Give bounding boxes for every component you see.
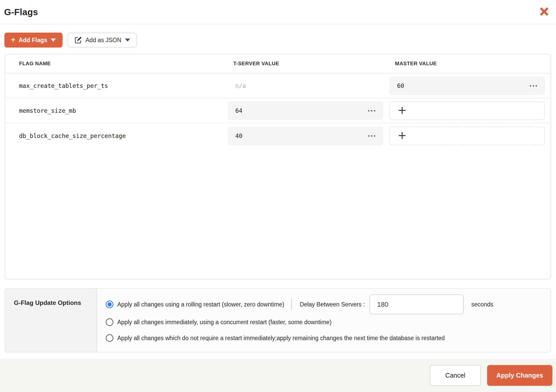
tserver-value-na: n/a — [228, 82, 246, 89]
page-title: G-Flags — [4, 7, 38, 17]
column-header-tserver-value: T-SERVER VALUE — [228, 61, 383, 67]
options-label-cell: G-Flag Update Options — [5, 289, 97, 352]
close-button[interactable] — [539, 7, 549, 17]
radio-label: Apply all changes immediately, using a c… — [117, 319, 331, 326]
table-header-row: FLAG NAME T-SERVER VALUE MASTER VALUE — [5, 54, 551, 73]
cancel-button[interactable]: Cancel — [430, 365, 481, 386]
options-content: Apply all changes using a rolling restar… — [97, 289, 551, 352]
tserver-value-field[interactable]: 64 ••• — [228, 101, 383, 120]
radio-icon[interactable] — [106, 318, 113, 326]
radio-option-concurrent-restart[interactable]: Apply all changes immediately, using a c… — [106, 317, 551, 328]
flag-name: db_block_cache_size_percentage — [5, 133, 228, 139]
close-icon — [540, 7, 549, 17]
plus-icon: + — [11, 36, 15, 43]
options-title: G-Flag Update Options — [14, 299, 91, 307]
modal-header: G-Flags — [0, 0, 556, 24]
add-flags-button[interactable]: + Add Flags — [4, 33, 62, 48]
edit-icon — [74, 36, 82, 44]
flag-name: memstore_size_mb — [5, 107, 228, 114]
vertical-divider — [291, 299, 292, 310]
master-value: 60 — [397, 82, 404, 89]
delay-seconds-input[interactable] — [370, 294, 464, 314]
apply-changes-button[interactable]: Apply Changes — [487, 365, 552, 386]
radio-label: Apply all changes using a rolling restar… — [117, 301, 284, 308]
table-row: db_block_cache_size_percentage 40 ••• + — [5, 123, 551, 148]
gflag-update-options-panel: G-Flag Update Options Apply all changes … — [5, 288, 551, 352]
chevron-down-icon — [51, 39, 56, 42]
add-master-value-button[interactable]: + — [389, 101, 545, 120]
flags-table: FLAG NAME T-SERVER VALUE MASTER VALUE ma… — [5, 54, 551, 279]
modal-footer: Cancel Apply Changes — [0, 359, 556, 392]
delay-between-servers-label: Delay Between Servers : — [300, 301, 365, 308]
tserver-value: 64 — [235, 107, 243, 114]
add-flags-label: Add Flags — [19, 37, 47, 44]
column-header-master-value: MASTER VALUE — [389, 61, 545, 67]
radio-icon[interactable] — [106, 334, 113, 342]
toolbar: + Add Flags Add as JSON — [0, 24, 556, 48]
gflags-modal: G-Flags + Add Flags Add as JSON — [0, 0, 556, 392]
tserver-value-field[interactable]: 40 ••• — [228, 127, 383, 145]
more-options-icon[interactable]: ••• — [368, 133, 376, 138]
add-as-json-button[interactable]: Add as JSON — [68, 33, 137, 48]
column-header-flag-name: FLAG NAME — [5, 61, 228, 67]
tserver-value: 40 — [235, 133, 243, 139]
table-row: max_create_tablets_per_ts n/a 60 ••• — [5, 73, 551, 98]
more-options-icon[interactable]: ••• — [530, 83, 538, 88]
radio-option-rolling-restart[interactable]: Apply all changes using a rolling restar… — [106, 294, 551, 314]
chevron-down-icon — [125, 39, 130, 42]
master-value-field[interactable]: 60 ••• — [389, 77, 545, 95]
radio-option-no-restart[interactable]: Apply all changes which do not require a… — [106, 333, 551, 343]
more-options-icon[interactable]: ••• — [368, 108, 376, 113]
add-master-value-button[interactable]: + — [389, 127, 545, 145]
table-row: memstore_size_mb 64 ••• + — [5, 98, 551, 123]
add-as-json-label: Add as JSON — [86, 37, 121, 44]
radio-label: Apply all changes which do not require a… — [117, 335, 445, 342]
flag-name: max_create_tablets_per_ts — [5, 82, 228, 89]
seconds-label: seconds — [471, 301, 494, 308]
radio-selected-icon[interactable] — [106, 301, 113, 308]
